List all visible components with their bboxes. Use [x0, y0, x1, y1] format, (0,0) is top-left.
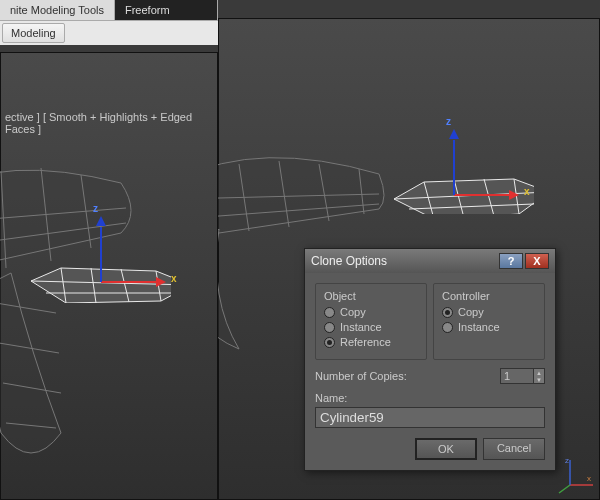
radio-object-instance[interactable]: Instance	[324, 321, 418, 333]
ribbon-group-modeling[interactable]: Modeling	[2, 23, 65, 43]
axis-label-z: z	[446, 116, 451, 127]
radio-controller-copy[interactable]: Copy	[442, 306, 536, 318]
object-group: Object Copy Instance Reference	[315, 283, 427, 360]
radio-label: Instance	[340, 321, 382, 333]
svg-line-16	[559, 485, 570, 493]
cancel-button[interactable]: Cancel	[483, 438, 545, 460]
axis-label-z-left: z	[93, 203, 98, 214]
axis-label-x-left: x	[171, 273, 177, 284]
name-label: Name:	[315, 392, 545, 404]
car-mesh-left	[0, 153, 201, 483]
controller-group: Controller Copy Instance	[433, 283, 545, 360]
controller-legend: Controller	[442, 290, 536, 302]
copies-spinner[interactable]: 1 ▲ ▼	[500, 368, 545, 384]
radio-label: Copy	[340, 306, 366, 318]
svg-text:z: z	[565, 456, 569, 465]
viewport-label: ective ] [ Smooth + Highlights + Edged F…	[5, 111, 217, 135]
close-button[interactable]: X	[525, 253, 549, 269]
clone-options-dialog: Clone Options ? X Object Copy Instance R…	[304, 248, 556, 471]
viewport-left[interactable]: ective ] [ Smooth + Highlights + Edged F…	[0, 52, 218, 500]
ribbon-tab-freeform[interactable]: Freeform	[115, 0, 218, 20]
radio-icon	[324, 337, 335, 348]
radio-label: Reference	[340, 336, 391, 348]
ribbon-tab-modeling-tools[interactable]: nite Modeling Tools	[0, 0, 115, 20]
radio-label: Instance	[458, 321, 500, 333]
ok-button[interactable]: OK	[415, 438, 477, 460]
radio-label: Copy	[458, 306, 484, 318]
svg-text:x: x	[587, 474, 591, 483]
name-input[interactable]	[315, 407, 545, 428]
corner-axis-gizmo: x z	[555, 455, 595, 495]
spinner-up-icon[interactable]: ▲	[534, 369, 544, 376]
dialog-title: Clone Options	[311, 254, 497, 268]
object-legend: Object	[324, 290, 418, 302]
radio-icon	[442, 322, 453, 333]
radio-icon	[442, 307, 453, 318]
radio-object-copy[interactable]: Copy	[324, 306, 418, 318]
dialog-titlebar[interactable]: Clone Options ? X	[305, 249, 555, 273]
spinner-down-icon[interactable]: ▼	[534, 376, 544, 383]
axis-label-x: x	[524, 186, 530, 197]
radio-icon	[324, 307, 335, 318]
radio-object-reference[interactable]: Reference	[324, 336, 418, 348]
copies-label: Number of Copies:	[315, 370, 407, 382]
radio-controller-instance[interactable]: Instance	[442, 321, 536, 333]
copies-value: 1	[501, 369, 533, 383]
ribbon: nite Modeling Tools Freeform Modeling	[0, 0, 218, 45]
help-button[interactable]: ?	[499, 253, 523, 269]
radio-icon	[324, 322, 335, 333]
